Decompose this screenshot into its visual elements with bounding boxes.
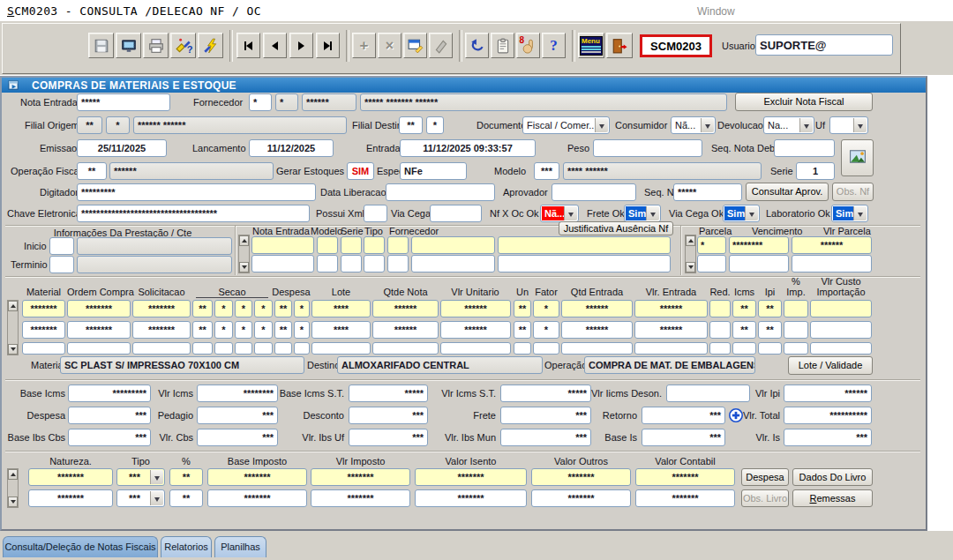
materials-cell[interactable]: ****** [634,300,708,317]
lancamento-field[interactable]: 11/12/2025 [249,139,334,157]
materials-cell[interactable]: ****** [372,300,439,317]
livro-cell[interactable]: ******* [635,489,735,507]
materials-cell[interactable] [514,342,531,355]
nf-grid-cell[interactable] [498,255,671,273]
vlr-total-field[interactable]: ********** [784,407,872,424]
execute-query-button[interactable] [198,33,223,58]
livro-cell[interactable]: ******* [531,489,631,507]
chevron-down-icon[interactable] [799,118,813,132]
delete-record-button[interactable]: × [378,33,401,58]
materials-cell[interactable]: ** [514,321,531,339]
materials-cell[interactable] [810,342,872,355]
parcelas-cell[interactable] [729,255,789,273]
nf-x-oc-ok-select[interactable]: Nã... [540,205,579,222]
parcelas-cell[interactable]: ******** [729,236,789,254]
materials-cell[interactable]: ** [732,300,756,317]
nav-first-button[interactable] [236,33,260,58]
fornecedor-code-field[interactable]: * [249,93,272,111]
materials-cell[interactable]: ******* [132,321,191,339]
justificativa-ausencia-nf-button[interactable]: Justificativa Ausência Nf [559,221,673,235]
usuario-field[interactable]: SUPORTE@ [755,34,893,56]
nf-grid-cell[interactable] [411,236,495,254]
scroll-down-button[interactable] [239,262,249,273]
materials-cell[interactable]: ****** [561,321,633,339]
excluir-nota-fiscal-button[interactable]: Excluir Nota Fiscal [735,93,873,111]
nf-grid-cell[interactable] [387,236,409,254]
materials-cell[interactable]: * [214,300,233,317]
terminio-code-field[interactable] [49,256,74,273]
menu-button[interactable]: Menu [578,33,604,58]
materials-cell[interactable]: ** [192,300,213,317]
parcelas-cell[interactable] [792,255,872,273]
consumidor-final-select[interactable]: Nã... [671,116,716,134]
materials-cell[interactable] [274,342,292,355]
digitador-field[interactable]: ********* [77,183,316,201]
livro-cell[interactable]: ******* [28,489,113,507]
materials-cell[interactable] [784,321,808,339]
materials-cell[interactable]: ****** [634,321,708,339]
scroll-down-button[interactable] [8,344,18,355]
help-button[interactable]: ? [542,33,566,58]
vlr-is-field[interactable]: *** [784,429,872,446]
scroll-up-button[interactable] [686,235,695,246]
chevron-down-icon[interactable] [853,206,867,220]
materials-cell[interactable]: * [294,300,310,317]
clear-button[interactable] [429,33,453,58]
livro-cell[interactable]: ** [169,489,203,507]
data-liberacao-field[interactable] [386,183,495,201]
livro-cell[interactable]: ******* [415,489,527,507]
materials-cell[interactable]: ** [514,300,531,317]
nf-grid-cell[interactable] [317,236,338,254]
materials-cell[interactable] [132,342,191,355]
scroll-down-button[interactable] [686,262,695,273]
via-cega-field[interactable] [430,205,482,222]
materials-cell[interactable] [709,321,731,339]
nf-grid-cell[interactable] [364,255,385,273]
paste-button[interactable] [491,33,514,58]
materials-cell[interactable]: * [294,321,310,339]
nota-entrada-field[interactable]: ***** [77,93,170,111]
materials-cell[interactable]: ******* [67,321,131,339]
livro-scrollbar[interactable] [7,468,19,508]
tab-planilhas[interactable]: Planilhas [214,536,266,557]
materials-cell[interactable] [372,342,439,355]
nav-last-button[interactable] [316,33,340,58]
lote-validade-button[interactable]: Lote / Validade [788,356,873,375]
nf-grid-cell[interactable] [251,236,314,254]
materials-cell[interactable] [214,342,233,355]
chave-eletronica-field[interactable]: ************************************ [77,205,310,222]
materials-cell[interactable] [784,300,808,317]
materials-cell[interactable]: ******* [22,300,65,317]
materials-cell[interactable]: * [254,300,273,317]
seq-nf-field[interactable]: ***** [673,183,742,201]
serie-field[interactable]: 1 [796,162,835,180]
despesa-button[interactable]: Despesa [741,468,789,486]
parcelas-cell[interactable]: * [697,236,726,254]
menu-item-window[interactable]: Window [697,5,735,18]
materials-cell[interactable]: ** [732,321,756,339]
materials-cell[interactable] [533,342,559,355]
materials-cell[interactable]: * [235,321,252,339]
materials-cell[interactable]: ****** [561,300,633,317]
operacao-fiscal-code-field[interactable]: ** [77,162,107,180]
picture-button[interactable] [841,139,874,176]
laboratorio-ok-select[interactable]: Sim... [831,205,868,222]
chevron-down-icon[interactable] [646,206,659,220]
materials-cell[interactable]: * [533,300,559,317]
print-button[interactable] [143,33,169,58]
materials-cell[interactable]: ****** [440,321,511,339]
chevron-down-icon[interactable] [595,118,608,132]
livro-cell[interactable]: ******* [635,468,735,486]
nf-grid-cell[interactable] [341,236,362,254]
materials-cell[interactable]: * [254,321,273,339]
scroll-up-button[interactable] [239,235,249,246]
materials-cell[interactable]: ******* [132,300,191,317]
chevron-down-icon[interactable] [150,470,163,484]
materials-cell[interactable] [709,300,731,317]
materials-cell[interactable] [732,342,756,355]
frete-ok-select[interactable]: Sim... [624,205,661,222]
materials-cell[interactable]: ****** [372,321,439,339]
materials-cell[interactable]: ******* [22,321,65,339]
nf-grid-cell[interactable] [341,255,362,273]
nf-grid-cell[interactable] [387,255,409,273]
